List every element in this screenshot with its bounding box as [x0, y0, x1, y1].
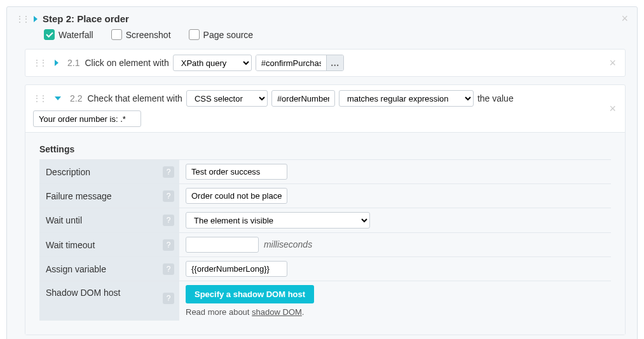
failure-message-input[interactable]: [186, 188, 287, 204]
chevron-right-icon[interactable]: [34, 16, 38, 22]
step-header: ⋮⋮ Step 2: Place order ×: [7, 7, 637, 29]
help-icon[interactable]: ?: [163, 263, 174, 275]
page-source-checkbox[interactable]: Page source: [189, 29, 254, 40]
substep-text: Click on element with: [85, 58, 168, 68]
waterfall-label: Waterfall: [58, 30, 93, 40]
wait-timeout-label-cell: Wait timeout ?: [39, 233, 179, 257]
description-label: Description: [46, 167, 90, 177]
substep-settings-panel: Settings Description ? Failure message ?: [25, 132, 625, 335]
the-value-label: the value: [477, 93, 514, 103]
wait-until-label: Wait until: [46, 215, 82, 225]
settings-row-description: Description ?: [39, 160, 611, 184]
specify-shadow-dom-button[interactable]: Specify a shadow DOM host: [186, 285, 314, 303]
substep-text: Check that element with: [87, 93, 182, 103]
step-panel: ⋮⋮ Step 2: Place order × Waterfall Scree…: [6, 6, 638, 339]
wait-timeout-input[interactable]: [186, 237, 259, 253]
help-icon[interactable]: ?: [163, 239, 174, 251]
waterfall-checkbox[interactable]: Waterfall: [44, 29, 93, 40]
substep-number: 2.2: [70, 93, 82, 103]
substep-2-2: ⋮⋮ 2.2 Check that element with CSS selec…: [25, 84, 626, 335]
settings-row-assign-variable: Assign variable ?: [39, 257, 611, 281]
substep-number: 2.1: [67, 58, 79, 68]
help-icon[interactable]: ?: [163, 293, 174, 304]
close-icon[interactable]: ×: [609, 56, 616, 70]
failure-label: Failure message: [46, 191, 112, 201]
wait-timeout-label: Wait timeout: [46, 240, 95, 250]
help-icon[interactable]: ?: [163, 166, 174, 178]
chevron-right-icon[interactable]: [55, 60, 58, 66]
checkbox-icon: [111, 29, 122, 40]
chevron-down-icon[interactable]: [55, 96, 61, 100]
selector-value-input[interactable]: [271, 90, 335, 107]
readmore-prefix: Read more about: [186, 307, 252, 317]
drag-handle-icon[interactable]: ⋮⋮: [16, 15, 29, 23]
settings-row-wait-until: Wait until ? The element is visible: [39, 208, 611, 233]
screenshot-label: Screenshot: [126, 30, 171, 40]
settings-row-failure: Failure message ?: [39, 184, 611, 208]
shadow-dom-label: Shadow DOM host: [46, 288, 121, 298]
substep-2-1-header: ⋮⋮ 2.1 Click on element with XPath query…: [25, 50, 625, 76]
failure-label-cell: Failure message ?: [39, 184, 179, 208]
selector-value-wrapper: …: [256, 55, 344, 71]
assign-variable-input[interactable]: [186, 261, 287, 277]
settings-row-shadow-dom: Shadow DOM host ? Specify a shadow DOM h…: [39, 281, 611, 321]
settings-heading: Settings: [39, 144, 611, 154]
page-source-label: Page source: [203, 30, 254, 40]
readmore-suffix: .: [302, 307, 305, 317]
wait-until-select[interactable]: The element is visible: [186, 212, 370, 229]
drag-handle-icon[interactable]: ⋮⋮: [33, 58, 46, 67]
substep-2-1: ⋮⋮ 2.1 Click on element with XPath query…: [25, 49, 626, 77]
settings-table: Description ? Failure message ?: [39, 159, 611, 321]
help-icon[interactable]: ?: [163, 215, 174, 226]
match-type-select[interactable]: matches regular expression: [339, 90, 474, 107]
match-value-input[interactable]: [33, 110, 141, 127]
close-icon[interactable]: ×: [621, 11, 628, 25]
selector-type-select[interactable]: CSS selector: [186, 90, 268, 107]
settings-row-wait-timeout: Wait timeout ? milliseconds: [39, 233, 611, 257]
description-label-cell: Description ?: [39, 160, 179, 184]
substep-2-2-header: ⋮⋮ 2.2 Check that element with CSS selec…: [25, 85, 625, 132]
selector-value-input[interactable]: [256, 55, 326, 70]
selector-type-select[interactable]: XPath query: [173, 55, 252, 71]
screenshot-checkbox[interactable]: Screenshot: [111, 29, 171, 40]
checkbox-icon: [189, 29, 200, 40]
ellipsis-icon[interactable]: …: [326, 55, 343, 70]
assign-variable-label: Assign variable: [46, 264, 106, 274]
drag-handle-icon[interactable]: ⋮⋮: [33, 94, 46, 103]
close-icon[interactable]: ×: [609, 102, 616, 116]
shadow-dom-readmore: Read more about shadow DOM.: [186, 307, 605, 317]
checkbox-checked-icon: [44, 29, 55, 40]
wait-until-label-cell: Wait until ?: [39, 208, 179, 233]
help-icon[interactable]: ?: [163, 190, 174, 202]
shadow-dom-label-cell: Shadow DOM host ?: [39, 281, 179, 321]
step-title: Step 2: Place order: [43, 13, 129, 24]
assign-variable-label-cell: Assign variable ?: [39, 257, 179, 281]
milliseconds-label: milliseconds: [264, 239, 312, 249]
step-options-row: Waterfall Screenshot Page source: [7, 29, 637, 49]
description-input[interactable]: [186, 164, 287, 180]
shadow-dom-link[interactable]: shadow DOM: [252, 307, 302, 317]
